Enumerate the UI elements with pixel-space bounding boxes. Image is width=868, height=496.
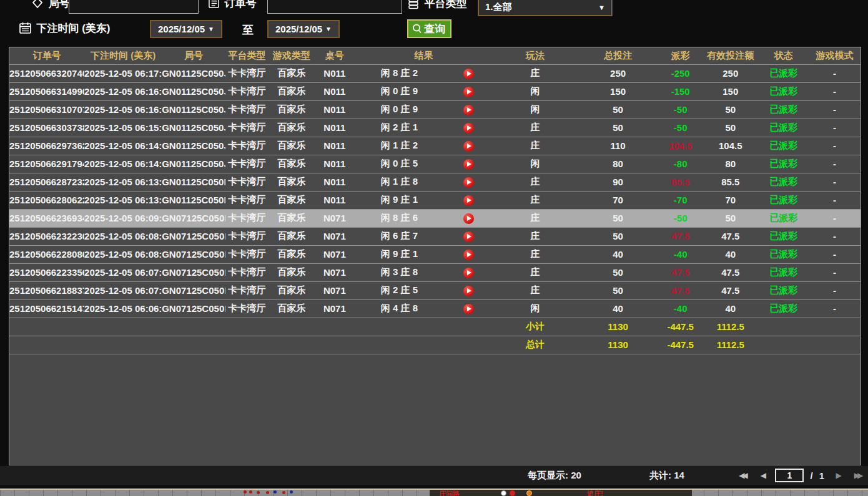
- cell-valid-bet: 50: [703, 100, 759, 119]
- cell-game-mode: -: [809, 227, 861, 245]
- cell-valid-bet: 150: [703, 82, 759, 100]
- play-video-icon[interactable]: [463, 195, 474, 206]
- table-row[interactable]: 251205066280622 2025-12-05 06:13:08 GN01…: [9, 191, 861, 209]
- cell-game-mode: -: [809, 82, 861, 100]
- hud-circle: [510, 490, 515, 496]
- play-video-icon[interactable]: [463, 250, 474, 260]
- cell-order-no: 251205066223356: [9, 263, 84, 281]
- cell-play-video: [444, 173, 493, 191]
- cell-total-bet: 50: [578, 119, 659, 137]
- table-row[interactable]: 251205066310707 2025-12-05 06:16:08 GN01…: [9, 100, 861, 119]
- total-label: 总计: [493, 336, 577, 354]
- play-video-icon[interactable]: [463, 69, 474, 79]
- table-row[interactable]: 251205066287232 2025-12-05 06:13:47 GN01…: [9, 173, 861, 191]
- play-video-icon[interactable]: [463, 141, 474, 152]
- cell-bet-time: 2025-12-05 06:07:19: [84, 281, 162, 299]
- play-video-icon[interactable]: [463, 87, 474, 97]
- table-row[interactable]: 251205066232230 2025-12-05 06:08:38 GN07…: [9, 227, 861, 245]
- table-row[interactable]: 251205066218837 2025-12-05 06:07:19 GN07…: [9, 281, 861, 299]
- play-video-icon[interactable]: [463, 159, 474, 170]
- cell-order-no: 251205066215147: [9, 299, 84, 318]
- cell-total-bet: 50: [578, 263, 659, 281]
- play-video-icon[interactable]: [463, 177, 474, 188]
- first-page-icon[interactable]: ◀◀: [735, 471, 749, 480]
- cell-result: 闲 1 庄 8: [354, 173, 444, 191]
- cell-order-no: 251205066232230: [9, 227, 84, 245]
- platform-select-value: 1.全部: [485, 1, 512, 13]
- table-row[interactable]: 251205066291794 2025-12-05 06:14:17 GN01…: [9, 155, 861, 173]
- cell-game-mode: -: [809, 155, 861, 173]
- table-row[interactable]: 251205066320740 2025-12-05 06:17:11 GN01…: [9, 64, 861, 82]
- date-from-select[interactable]: 2025/12/05 ▼: [150, 20, 222, 38]
- cell-platform: 卡卡湾厅: [225, 137, 268, 155]
- cell-payout: 47.5: [659, 281, 703, 299]
- play-video-icon[interactable]: [463, 304, 474, 314]
- cell-result: 闲 8 庄 2: [354, 64, 444, 82]
- game-no-input[interactable]: [69, 0, 199, 14]
- play-video-icon[interactable]: [463, 213, 474, 224]
- roadmap-dot: [266, 491, 269, 494]
- table-row[interactable]: 251205066223356 2025-12-05 06:07:45 GN07…: [9, 263, 861, 281]
- col-game-type: 游戏类型: [268, 47, 315, 64]
- order-no-field-group: 订单号: [208, 0, 256, 11]
- background-window-sliver: 庄问路 追庄!: [0, 489, 868, 496]
- col-order-no: 订单号: [9, 47, 84, 64]
- play-video-icon[interactable]: [463, 268, 474, 278]
- cell-game-mode: -: [809, 64, 861, 82]
- game-no-label: 局号: [48, 0, 69, 9]
- cell-payout: 47.5: [659, 227, 703, 245]
- prev-page-icon[interactable]: ◀: [755, 471, 769, 480]
- roadmap-dot: [257, 491, 260, 494]
- table-row[interactable]: 251205066314990 2025-12-05 06:16:37 GN01…: [9, 82, 861, 100]
- cell-payout: -50: [659, 119, 703, 137]
- table-row[interactable]: 251205066303738 2025-12-05 06:15:27 GN01…: [9, 119, 861, 137]
- records-table-panel: 订单号 下注时间 (美东) 局号 平台类型 游戏类型 桌号 结果 玩法 总投注 …: [9, 47, 861, 465]
- last-page-icon[interactable]: ▶▶: [851, 471, 864, 480]
- platform-select[interactable]: 1.全部 ▼: [478, 0, 612, 16]
- cell-platform: 卡卡湾厅: [225, 100, 268, 119]
- cell-result: 闲 1 庄 2: [354, 137, 444, 155]
- table-row[interactable]: 251205066297362 2025-12-05 06:14:49 GN01…: [9, 137, 861, 155]
- total-total-bet: 1130: [578, 336, 659, 354]
- play-video-icon[interactable]: [463, 286, 474, 296]
- cell-table-no: N071: [315, 209, 354, 227]
- table-row[interactable]: 251205066228086 2025-12-05 06:08:13 GN07…: [9, 245, 861, 263]
- cell-payout: -40: [659, 299, 703, 318]
- date-to-select[interactable]: 2025/12/05 ▼: [267, 20, 340, 38]
- cell-result: 闲 0 庄 9: [354, 82, 444, 100]
- cell-play-video: [444, 191, 493, 209]
- play-video-icon[interactable]: [463, 105, 474, 115]
- cell-game-type: 百家乐: [268, 155, 315, 173]
- table-row[interactable]: 251205066236934 2025-12-05 06:09:02 GN07…: [9, 209, 861, 227]
- roadmap-dot: [249, 490, 252, 494]
- cell-bet-time: 2025-12-05 06:08:38: [84, 227, 162, 245]
- cell-payout: 85.5: [659, 173, 703, 191]
- pager: ◀◀ ◀ / 1 ▶ ▶▶: [735, 466, 864, 485]
- cell-valid-bet: 47.5: [703, 227, 759, 245]
- total-valid-bet: 1112.5: [703, 336, 759, 354]
- cell-play: 闲: [493, 82, 577, 100]
- cell-order-no: 251205066291794: [9, 155, 84, 173]
- cell-play-video: [444, 299, 493, 318]
- page-number-input[interactable]: [775, 469, 804, 482]
- play-video-icon[interactable]: [463, 123, 474, 134]
- cell-play-video: [444, 119, 493, 137]
- play-video-icon[interactable]: [463, 231, 474, 242]
- cell-status: 已派彩: [759, 209, 809, 227]
- cell-result: 闲 4 庄 8: [354, 299, 444, 318]
- table-row[interactable]: 251205066215147 2025-12-05 06:06:58 GN07…: [9, 299, 861, 318]
- cell-game-mode: -: [809, 209, 861, 227]
- cell-valid-bet: 40: [703, 245, 759, 263]
- cell-result: 闲 0 庄 5: [354, 155, 444, 173]
- query-button[interactable]: 查询: [407, 19, 451, 38]
- cell-play-video: [444, 82, 493, 100]
- cell-table-no: N071: [315, 227, 354, 245]
- cell-round-no: GN01125C050J2: [162, 119, 225, 137]
- next-page-icon[interactable]: ▶: [831, 471, 844, 480]
- cell-valid-bet: 50: [703, 119, 759, 137]
- cell-status: 已派彩: [759, 119, 809, 137]
- cell-order-no: 251205066280622: [9, 191, 84, 209]
- cell-play-video: [444, 137, 493, 155]
- order-no-input[interactable]: [267, 0, 402, 14]
- pagination-bar: 每页显示: 20 共计: 14 ◀◀ ◀ / 1 ▶ ▶▶: [0, 466, 868, 485]
